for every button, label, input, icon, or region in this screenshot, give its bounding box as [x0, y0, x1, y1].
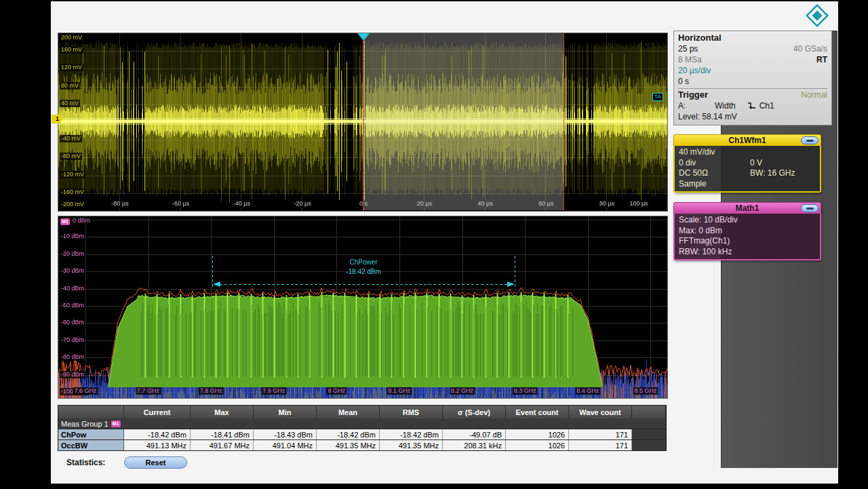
voltage-axis-label: -160 mV: [60, 189, 85, 196]
frequency-axis-label: 8.1 GHz: [387, 387, 412, 395]
occbw-max: 491.67 MHz: [191, 440, 254, 450]
reset-button[interactable]: Reset: [124, 456, 187, 469]
voltage-axis-label: -120 mV: [60, 171, 85, 178]
trigger-sequence: A:: [678, 100, 697, 111]
frequency-axis-label: 8.3 GHz: [513, 387, 538, 395]
math1-header[interactable]: Math1: [673, 202, 821, 214]
minimize-button[interactable]: [801, 136, 818, 144]
ch1-mode: Sample: [679, 179, 816, 190]
measurement-results-table: Current Max Min Mean RMS σ (S-dev) Event…: [58, 405, 667, 451]
ch1-coupling: DC 50Ω: [679, 168, 750, 179]
trigger-type: Width: [715, 100, 736, 111]
minimize-button[interactable]: [801, 204, 818, 212]
voltage-axis-label: 160 mV: [60, 46, 83, 54]
frequency-axis-label: 8.2 GHz: [450, 387, 475, 395]
row-filler: [632, 440, 666, 450]
voltage-axis-label: 120 mV: [60, 64, 83, 71]
math1-panel[interactable]: Math1 Scale: 10 dB/div Max: 0 dBm FFTmag…: [673, 202, 821, 260]
time-axis-label: -20 µs: [293, 200, 313, 208]
table-row[interactable]: OccBW 491.13 MHz 491.67 MHz 491.04 MHz 4…: [58, 439, 666, 450]
occbw-current: 491.13 MHz: [124, 440, 191, 450]
level-axis-label: -20 dBm: [60, 250, 85, 258]
header-mean: Mean: [317, 406, 380, 418]
horizontal-time-scale: 20 µs/div: [678, 65, 711, 76]
chpow-max: -18.41 dBm: [191, 429, 254, 439]
voltage-axis-label: -80 mV: [60, 153, 82, 160]
time-axis-label: 80 µs: [598, 200, 616, 208]
ch1wfm1-header[interactable]: Ch1Wfm1: [673, 134, 821, 146]
row-label-occbw[interactable]: OccBW: [58, 440, 124, 450]
trigger-mode: Normal: [801, 90, 827, 100]
chpow-rms: -18.42 dBm: [380, 429, 443, 439]
math1-body: Scale: 10 dB/div Max: 0 dBm FFTmag(Ch1) …: [673, 214, 821, 260]
horizontal-position: 0 s: [678, 76, 689, 87]
horizontal-sample-rate: 40 GSa/s: [793, 43, 827, 54]
math1-scale: Scale: 10 dB/div: [679, 215, 816, 226]
trigger-slope-icon: [747, 102, 757, 110]
time-axis-label: -40 µs: [232, 200, 252, 208]
occbw-rms: 491.35 MHz: [380, 440, 443, 450]
occbw-wave-count: 171: [569, 440, 632, 450]
math1-waveform-badge: M1: [60, 218, 70, 225]
voltage-axis-label: -40 mV: [60, 135, 82, 142]
trigger-level: Level: 58.14 mV: [678, 111, 737, 122]
time-axis-label: 100 µs: [628, 200, 649, 208]
occbw-min: 491.04 MHz: [254, 440, 317, 450]
ch1-position: 0 div: [679, 158, 750, 169]
horizontal-acquisition-mode: RT: [816, 54, 827, 65]
level-axis-label: -40 dBm: [60, 285, 85, 292]
header-blank: [58, 406, 124, 418]
header-rms: RMS: [380, 406, 443, 418]
horizontal-panel-title: Horizontal: [678, 33, 827, 43]
occbw-event-count: 1026: [506, 440, 569, 450]
math1-rbw: RBW: 100 kHz: [679, 247, 816, 258]
frequency-axis-label: 7.8 GHz: [199, 387, 224, 395]
level-axis-label: -10 dBm: [60, 233, 85, 240]
statistics-label: Statistics:: [66, 458, 105, 467]
row-filler: [632, 429, 666, 439]
math1-expression: FFTmag(Ch1): [679, 236, 816, 247]
header-sdev: σ (S-dev): [443, 406, 506, 418]
frequency-axis-label: 8 GHz: [327, 387, 347, 395]
spectrum-canvas[interactable]: [58, 216, 667, 398]
time-axis-label: -60 µs: [171, 200, 191, 208]
horizontal-record-length: 8 MSa: [678, 54, 702, 65]
rohde-schwarz-logo: [806, 4, 829, 27]
level-axis-label: -80 dBm: [60, 353, 85, 361]
horizontal-trigger-panel[interactable]: Horizontal 25 ps 40 GSa/s 8 MSa RT 20 µs…: [673, 31, 832, 125]
ch1wfm1-title: Ch1Wfm1: [728, 136, 766, 145]
level-axis-label: 0 dBm: [71, 217, 92, 224]
level-axis-label: -50 dBm: [60, 302, 85, 309]
header-current: Current: [124, 406, 191, 418]
frequency-axis-label: 7.7 GHz: [136, 387, 161, 395]
measurement-group-label: Meas Group 1: [61, 420, 108, 428]
table-row[interactable]: ChPow -18.42 dBm -18.41 dBm -18.43 dBm -…: [58, 429, 666, 439]
spectrum-display[interactable]: M1 ChPower -18.42 dBm 0 dBm-10 dBm-20 dB…: [58, 216, 668, 399]
measurement-group-row[interactable]: Meas Group 1 M1: [58, 418, 666, 429]
table-header-row: Current Max Min Mean RMS σ (S-dev) Event…: [58, 406, 666, 418]
ch1-scale: 40 mV/div: [679, 147, 816, 158]
voltage-axis-label: 80 mV: [60, 82, 80, 90]
ch1-bandwidth: BW: 16 GHz: [750, 168, 816, 179]
chpow-current: -18.42 dBm: [124, 429, 191, 439]
frequency-axis-label: 8.5 GHz: [633, 387, 658, 395]
ch1wfm1-panel[interactable]: Ch1Wfm1 40 mV/div 0 div 0 V DC 50Ω BW: 1…: [673, 134, 821, 193]
voltage-axis-label: 40 mV: [60, 100, 80, 107]
zoom-gate-region[interactable]: [363, 33, 564, 210]
level-axis-label: -60 dBm: [60, 319, 85, 326]
header-event-count: Event count: [506, 406, 569, 418]
chpower-value: -18.42 dBm: [346, 268, 381, 275]
horizontal-resolution: 25 ps: [678, 43, 698, 54]
occbw-mean: 491.35 MHz: [317, 440, 380, 450]
trigger-panel-title: Trigger: [678, 90, 708, 100]
occbw-sdev: 208.31 kHz: [443, 440, 506, 450]
header-wave-count: Wave count: [569, 406, 632, 418]
frequency-axis-label: 7.6 GHz: [73, 387, 98, 395]
header-filler: [632, 406, 666, 418]
level-axis-label: -90 dBm: [60, 371, 85, 378]
row-label-chpow[interactable]: ChPow: [58, 429, 124, 439]
chpower-label: ChPower: [349, 258, 377, 266]
trigger-position-marker[interactable]: [357, 33, 370, 41]
trigger-annotation-chip: TA: [652, 93, 663, 101]
chpow-sdev: -49.07 dB: [443, 429, 506, 439]
